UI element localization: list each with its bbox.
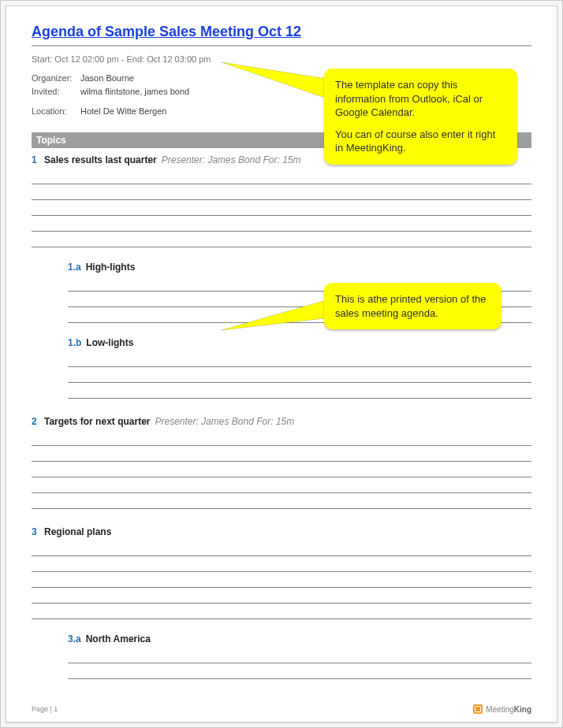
page-number: Page | 1	[32, 705, 58, 713]
invited-value: wilma flintstone, james bond	[80, 85, 189, 98]
writing-lines	[32, 430, 531, 509]
writing-lines	[68, 648, 531, 679]
subtopic-name: High-lights	[86, 262, 136, 273]
logo-icon	[473, 704, 483, 714]
subtopic-number: 3.a	[68, 633, 81, 644]
topic-header: 2 Targets for next quarter Presenter: Ja…	[32, 416, 531, 427]
topic-item: 3 Regional plans 3.a North America	[32, 526, 531, 679]
organizer-value: Jason Bourne	[80, 72, 134, 85]
invited-label: Invited:	[32, 85, 80, 98]
callout-tail	[222, 299, 332, 346]
title-divider	[32, 45, 531, 46]
subtopic-name: North America	[86, 633, 151, 644]
topic-meta: Presenter: James Bond For: 15m	[155, 416, 294, 427]
topic-item: 1 Sales results last quarter Presenter: …	[32, 154, 531, 399]
callout-text: You can of course also enter it right in…	[335, 128, 506, 155]
topic-number: 1	[32, 154, 39, 165]
screenshot-frame: Agenda of Sample Sales Meeting Oct 12 St…	[0, 0, 563, 728]
organizer-label: Organizer:	[32, 72, 80, 85]
subtopic-header: 1.a High-lights	[68, 262, 531, 273]
agenda-title: Agenda of Sample Sales Meeting Oct 12	[32, 24, 531, 40]
topic-header: 3 Regional plans	[32, 526, 531, 537]
meetingking-logo: MeetingKing	[473, 704, 531, 714]
topic-name: Targets for next quarter	[44, 416, 150, 427]
writing-lines	[68, 351, 531, 399]
callout-text: The template can copy this information f…	[335, 78, 506, 120]
topic-meta: Presenter: James Bond For: 15m	[162, 154, 301, 165]
callout-printed-version: This is athe printed version of the sale…	[324, 283, 501, 329]
subtopic-name: Low-lights	[86, 337, 133, 348]
subtopic-number: 1.b	[68, 337, 81, 348]
brand-suffix: King	[514, 705, 531, 714]
location-value: Hotel De Witte Bergen	[80, 105, 166, 118]
callout-text: This is athe printed version of the sale…	[335, 292, 490, 320]
subtopic-number: 1.a	[68, 262, 81, 273]
location-label: Location:	[32, 105, 80, 118]
topic-name: Sales results last quarter	[44, 154, 157, 165]
writing-lines	[32, 169, 531, 247]
callout-template-info: The template can copy this information f…	[324, 69, 517, 165]
subtopic-header: 3.a North America	[68, 633, 531, 644]
topic-item: 2 Targets for next quarter Presenter: Ja…	[32, 416, 531, 509]
brand-prefix: Meeting	[486, 705, 514, 714]
page-footer: Page | 1 MeetingKing	[32, 704, 531, 714]
topic-name: Regional plans	[44, 526, 111, 537]
callout-tail	[222, 62, 332, 110]
writing-lines	[32, 540, 531, 619]
topic-number: 2	[32, 416, 39, 427]
topic-number: 3	[32, 526, 39, 537]
